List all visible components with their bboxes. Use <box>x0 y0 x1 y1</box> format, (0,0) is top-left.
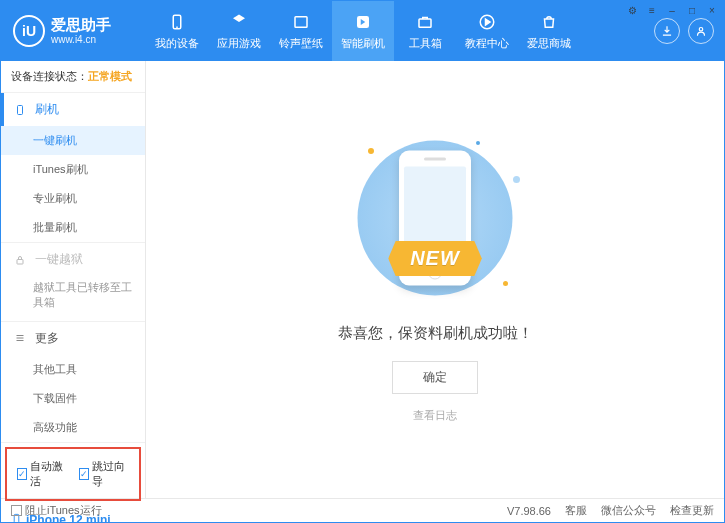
user-button[interactable] <box>688 18 714 44</box>
nav-toolbox[interactable]: 工具箱 <box>394 1 456 61</box>
status-value: 正常模式 <box>88 70 132 82</box>
nav-label: 应用游戏 <box>217 36 261 51</box>
device-icon <box>167 12 187 32</box>
options-row: ✓ 自动激活 ✓ 跳过向导 <box>5 447 141 501</box>
support-link[interactable]: 客服 <box>565 503 587 518</box>
new-ribbon: NEW <box>388 241 482 276</box>
svg-rect-9 <box>17 259 23 264</box>
checkbox-block-itunes[interactable]: 阻止iTunes运行 <box>11 503 102 518</box>
sidebar-item-batch-flash[interactable]: 批量刷机 <box>1 213 145 242</box>
store-icon <box>539 12 559 32</box>
sidebar-group-more[interactable]: 更多 <box>1 322 145 355</box>
nav-apps[interactable]: 应用游戏 <box>208 1 270 61</box>
group-title: 更多 <box>35 330 59 347</box>
success-illustration: NEW <box>340 136 530 306</box>
group-title: 一键越狱 <box>35 251 83 268</box>
settings-icon[interactable]: ⚙ <box>625 4 639 16</box>
sidebar-group-flash[interactable]: 刷机 <box>1 93 145 126</box>
phone-icon <box>13 103 27 117</box>
app-url: www.i4.cn <box>51 34 111 46</box>
nav-label: 铃声壁纸 <box>279 36 323 51</box>
sidebar-item-advanced[interactable]: 高级功能 <box>1 413 145 442</box>
view-log-link[interactable]: 查看日志 <box>413 408 457 423</box>
group-title: 刷机 <box>35 101 59 118</box>
svg-rect-2 <box>295 16 307 27</box>
svg-rect-4 <box>419 19 431 27</box>
wechat-link[interactable]: 微信公众号 <box>601 503 656 518</box>
checkbox-label: 跳过向导 <box>92 459 129 489</box>
tutorial-icon <box>477 12 497 32</box>
checkbox-label: 阻止iTunes运行 <box>25 503 102 518</box>
checkbox-icon <box>11 505 22 516</box>
nav-tutorials[interactable]: 教程中心 <box>456 1 518 61</box>
sidebar-item-oneclick-flash[interactable]: 一键刷机 <box>1 126 145 155</box>
checkbox-label: 自动激活 <box>30 459 67 489</box>
toolbox-icon <box>415 12 435 32</box>
nav-ringtones[interactable]: 铃声壁纸 <box>270 1 332 61</box>
flash-icon <box>353 12 373 32</box>
nav-label: 爱思商城 <box>527 36 571 51</box>
nav-label: 我的设备 <box>155 36 199 51</box>
nav-label: 工具箱 <box>409 36 442 51</box>
lock-icon <box>13 253 27 267</box>
sidebar-group-jailbreak: 一键越狱 <box>1 243 145 276</box>
sidebar-item-other-tools[interactable]: 其他工具 <box>1 355 145 384</box>
sidebar-item-pro-flash[interactable]: 专业刷机 <box>1 184 145 213</box>
apps-icon <box>229 12 249 32</box>
logo[interactable]: iU 爱思助手 www.i4.cn <box>1 1 146 61</box>
main-content: NEW 恭喜您，保资料刷机成功啦！ 确定 查看日志 <box>146 61 724 498</box>
check-icon: ✓ <box>79 468 89 480</box>
minimize-icon[interactable]: – <box>665 4 679 16</box>
wallpaper-icon <box>291 12 311 32</box>
status-label: 设备连接状态： <box>11 70 88 82</box>
maximize-icon[interactable]: □ <box>685 4 699 16</box>
main-nav: 我的设备 应用游戏 铃声壁纸 智能刷机 工具箱 教程中心 爱思商城 <box>146 1 644 61</box>
svg-marker-6 <box>486 19 491 25</box>
sidebar-item-itunes-flash[interactable]: iTunes刷机 <box>1 155 145 184</box>
sidebar-item-download-firmware[interactable]: 下载固件 <box>1 384 145 413</box>
nav-label: 教程中心 <box>465 36 509 51</box>
svg-point-7 <box>699 28 703 32</box>
ok-button[interactable]: 确定 <box>392 361 478 394</box>
app-title: 爱思助手 <box>51 16 111 34</box>
sidebar: 设备连接状态：正常模式 刷机 一键刷机 iTunes刷机 专业刷机 批量刷机 一… <box>1 61 146 498</box>
check-icon: ✓ <box>17 468 27 480</box>
nav-label: 智能刷机 <box>341 36 385 51</box>
menu-icon <box>13 331 27 345</box>
header: iU 爱思助手 www.i4.cn 我的设备 应用游戏 铃声壁纸 智能刷机 工具… <box>1 1 724 61</box>
svg-rect-8 <box>18 105 23 114</box>
nav-flash[interactable]: 智能刷机 <box>332 1 394 61</box>
update-link[interactable]: 检查更新 <box>670 503 714 518</box>
nav-store[interactable]: 爱思商城 <box>518 1 580 61</box>
nav-my-device[interactable]: 我的设备 <box>146 1 208 61</box>
menu-icon[interactable]: ≡ <box>645 4 659 16</box>
version-label: V7.98.66 <box>507 505 551 517</box>
checkbox-skip-guide[interactable]: ✓ 跳过向导 <box>79 459 129 489</box>
close-icon[interactable]: × <box>705 4 719 16</box>
checkbox-auto-activate[interactable]: ✓ 自动激活 <box>17 459 67 489</box>
download-button[interactable] <box>654 18 680 44</box>
jailbreak-note: 越狱工具已转移至工具箱 <box>1 276 145 321</box>
connection-status: 设备连接状态：正常模式 <box>1 61 145 93</box>
success-message: 恭喜您，保资料刷机成功啦！ <box>338 324 533 343</box>
logo-icon: iU <box>13 15 45 47</box>
